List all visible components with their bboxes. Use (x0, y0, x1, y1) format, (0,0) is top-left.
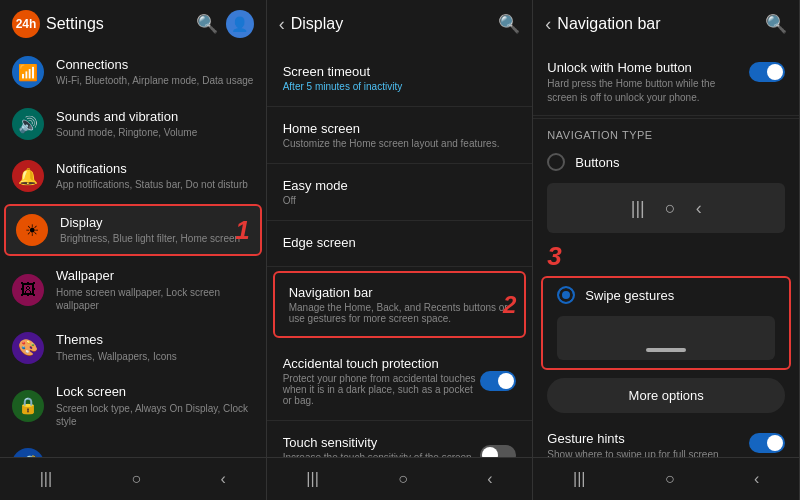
display-item-touch-sensitivity[interactable]: Touch sensitivity Increase the touch sen… (267, 421, 533, 457)
connections-icon: 📶 (12, 56, 44, 88)
preview-back-btn: ‹ (696, 198, 702, 219)
unlock-home-section: Unlock with Home button Hard press the H… (533, 50, 799, 116)
nav-bar-back-icon[interactable]: ‹ (545, 14, 551, 35)
lockscreen-text: Lock screen Screen lock type, Always On … (56, 384, 254, 428)
settings-item-display[interactable]: ☀ Display Brightness, Blue light filter,… (4, 204, 262, 256)
display-item-accidental-touch[interactable]: Accidental touch protection Protect your… (267, 342, 533, 421)
swipe-radio-circle (557, 286, 575, 304)
easy-mode-subtitle: Off (283, 195, 517, 206)
swipe-radio-item[interactable]: Swipe gestures (543, 278, 789, 312)
unlock-home-subtitle: Hard press the Home button while the scr… (547, 77, 741, 105)
gesture-hints-toggle[interactable] (749, 433, 785, 453)
swipe-preview-box (557, 316, 775, 360)
p2-nav-back-btn[interactable]: ‹ (475, 466, 504, 492)
themes-subtitle: Themes, Wallpapers, Icons (56, 350, 254, 363)
notifications-icon: 🔔 (12, 160, 44, 192)
nav-back-btn[interactable]: ‹ (209, 466, 238, 492)
buttons-radio-item[interactable]: Buttons (533, 145, 799, 179)
sounds-subtitle: Sound mode, Ringtone, Volume (56, 126, 254, 139)
touch-sensitivity-toggle[interactable] (480, 445, 516, 458)
sounds-text: Sounds and vibration Sound mode, Rington… (56, 109, 254, 140)
touch-sensitivity-subtitle: Increase the touch sensitivity of the sc… (283, 452, 481, 457)
p3-nav-home-btn[interactable]: ○ (653, 466, 687, 492)
settings-item-wallpaper[interactable]: 🖼 Wallpaper Home screen wallpaper, Lock … (0, 258, 266, 322)
nav-bar-panel: ‹ Navigation bar 🔍 Unlock with Home butt… (533, 0, 800, 500)
display-panel: ‹ Display 🔍 Screen timeout After 5 minut… (267, 0, 534, 500)
avatar[interactable]: 👤 (226, 10, 254, 38)
display-item-screen-timeout[interactable]: Screen timeout After 5 minutes of inacti… (267, 50, 533, 107)
swipe-gestures-item[interactable]: Swipe gestures (541, 276, 791, 370)
display-title-header: Display (291, 15, 343, 33)
preview-home-btn: ○ (665, 198, 676, 219)
notifications-subtitle: App notifications, Status bar, Do not di… (56, 178, 254, 191)
gesture-hints-section: Gesture hints Show where to swipe up for… (533, 421, 799, 457)
sounds-title: Sounds and vibration (56, 109, 254, 126)
themes-title: Themes (56, 332, 254, 349)
p2-nav-home-btn[interactable]: ○ (386, 466, 420, 492)
settings-header: 24h Settings 🔍 👤 (0, 0, 266, 46)
unlock-home-text: Unlock with Home button Hard press the H… (547, 60, 741, 105)
swipe-radio-label: Swipe gestures (585, 288, 674, 303)
p3-nav-recent-btn[interactable]: ||| (561, 466, 597, 492)
nav-bar-list: Unlock with Home button Hard press the H… (533, 46, 799, 457)
step-3-badge: 3 (533, 241, 575, 275)
wallpaper-title: Wallpaper (56, 268, 254, 285)
nav-type-label: Navigation type (533, 121, 799, 145)
display-item-edge-screen[interactable]: Edge screen (267, 221, 533, 267)
settings-item-connections[interactable]: 📶 Connections Wi-Fi, Bluetooth, Airplane… (0, 46, 266, 98)
nav-home-btn[interactable]: ○ (120, 466, 154, 492)
unlock-home-row: Unlock with Home button Hard press the H… (547, 60, 785, 105)
notifications-text: Notifications App notifications, Status … (56, 161, 254, 192)
unlock-home-title: Unlock with Home button (547, 60, 741, 75)
gesture-hints-text: Gesture hints Show where to swipe up for… (547, 431, 741, 457)
buttons-radio-label: Buttons (575, 155, 619, 170)
p2-nav-recent-btn[interactable]: ||| (294, 466, 330, 492)
nav-bar-header-left: ‹ Navigation bar (545, 14, 660, 35)
p3-nav-back-btn[interactable]: ‹ (742, 466, 771, 492)
gesture-hints-row: Gesture hints Show where to swipe up for… (547, 431, 785, 457)
biometrics-icon: 🔏 (12, 448, 44, 457)
gesture-hints-subtitle: Show where to swipe up for full screen g… (547, 448, 741, 457)
settings-item-lockscreen[interactable]: 🔒 Lock screen Screen lock type, Always O… (0, 374, 266, 438)
home-screen-subtitle: Customize the Home screen layout and fea… (283, 138, 517, 149)
nav-bar-search-icon[interactable]: 🔍 (765, 13, 787, 35)
nav-recent-btn[interactable]: ||| (28, 466, 64, 492)
lockscreen-subtitle: Screen lock type, Always On Display, Clo… (56, 402, 254, 428)
nav-bar-header: ‹ Navigation bar 🔍 (533, 0, 799, 46)
app-logo: 24h (12, 10, 40, 38)
wallpaper-subtitle: Home screen wallpaper, Lock screen wallp… (56, 286, 254, 312)
display-back-icon[interactable]: ‹ (279, 14, 285, 35)
display-header-left: ‹ Display (279, 14, 343, 35)
display-title: Display (60, 215, 250, 232)
panel2-bottom-nav: ||| ○ ‹ (267, 457, 533, 500)
more-options-button[interactable]: More options (547, 378, 785, 413)
accidental-touch-title: Accidental touch protection (283, 356, 481, 371)
settings-list: 📶 Connections Wi-Fi, Bluetooth, Airplane… (0, 46, 266, 457)
nav-bar-subtitle: Manage the Home, Back, and Recents butto… (289, 302, 511, 324)
display-search-icon[interactable]: 🔍 (498, 13, 520, 35)
display-item-home-screen[interactable]: Home screen Customize the Home screen la… (267, 107, 533, 164)
screen-timeout-subtitle: After 5 minutes of inactivity (283, 81, 517, 92)
home-screen-title: Home screen (283, 121, 517, 136)
buttons-preview-container: ||| ○ ‹ 3 (533, 183, 799, 272)
touch-sensitivity-row: Touch sensitivity Increase the touch sen… (283, 435, 517, 457)
accidental-touch-text: Accidental touch protection Protect your… (283, 356, 481, 406)
settings-panel: 24h Settings 🔍 👤 📶 Connections Wi-Fi, Bl… (0, 0, 267, 500)
settings-item-biometrics[interactable]: 🔏 Biometrics and security (0, 438, 266, 457)
easy-mode-title: Easy mode (283, 178, 517, 193)
display-list: Screen timeout After 5 minutes of inacti… (267, 46, 533, 457)
accidental-touch-toggle[interactable] (480, 371, 516, 391)
settings-item-sounds[interactable]: 🔊 Sounds and vibration Sound mode, Ringt… (0, 98, 266, 150)
accidental-touch-subtitle: Protect your phone from accidental touch… (283, 373, 481, 406)
settings-item-themes[interactable]: 🎨 Themes Themes, Wallpapers, Icons (0, 322, 266, 374)
header-actions: 🔍 👤 (196, 10, 254, 38)
panel1-title: Settings (46, 15, 104, 33)
themes-text: Themes Themes, Wallpapers, Icons (56, 332, 254, 363)
display-subtitle: Brightness, Blue light filter, Home scre… (60, 232, 250, 245)
display-item-easy-mode[interactable]: Easy mode Off (267, 164, 533, 221)
settings-item-notifications[interactable]: 🔔 Notifications App notifications, Statu… (0, 150, 266, 202)
unlock-home-toggle[interactable] (749, 62, 785, 82)
panel3-bottom-nav: ||| ○ ‹ (533, 457, 799, 500)
display-item-nav-bar[interactable]: Navigation bar Manage the Home, Back, an… (273, 271, 527, 338)
search-icon[interactable]: 🔍 (196, 13, 218, 35)
